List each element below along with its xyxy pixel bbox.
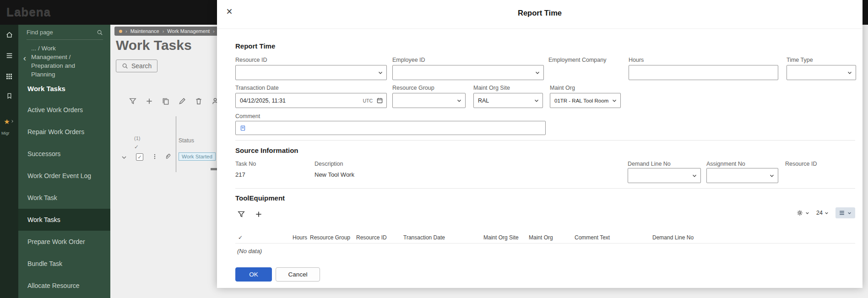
demand-line-no-label: Demand Line No (628, 161, 671, 167)
sidebar: Find page ‹ ... / Work Management / Prep… (18, 25, 110, 298)
search-icon (97, 29, 103, 36)
chevron-down-icon (824, 211, 829, 216)
cancel-button[interactable]: Cancel (276, 267, 320, 282)
screen: Labena ★ Migr Find page ‹ ... / Work Man… (0, 0, 868, 298)
employment-company-label: Employment Company (548, 57, 606, 63)
comment-label: Comment (235, 113, 260, 119)
report-time-dialog: × Report Time Report Time Resource ID Em… (217, 0, 863, 288)
sidebar-item-label: Work Tasks (27, 216, 60, 223)
sidebar-menu: Active Work Orders Repair Work Orders Su… (18, 99, 110, 298)
divider (235, 243, 855, 244)
gear-icon (796, 209, 803, 217)
report-time-section-title: Report Time (235, 42, 275, 50)
column-header-maint-org[interactable]: Maint Org (529, 234, 553, 241)
table-settings: 24 (796, 207, 855, 218)
description-value: New Tool Work (315, 171, 354, 178)
column-header-resource-id[interactable]: Resource ID (356, 234, 387, 241)
table-settings-button[interactable] (796, 209, 810, 217)
task-no-value: 217 (235, 171, 245, 178)
assignment-no-select[interactable] (706, 168, 778, 183)
sidebar-item-label: Prepare Work Order (27, 238, 85, 245)
transaction-date-value: 04/12/2025, 11:31 (240, 98, 286, 104)
star-icon: ★ (4, 118, 10, 125)
ok-button[interactable]: OK (235, 267, 272, 282)
column-header-resource-group[interactable]: Resource Group (310, 234, 350, 241)
navigation-path: ... / Work Management / Preparation and … (31, 44, 86, 79)
demand-line-no-select[interactable] (628, 168, 701, 183)
chevron-down-icon (846, 70, 853, 76)
time-type-select[interactable] (787, 65, 856, 80)
sidebar-item-label: Active Work Orders (27, 106, 83, 114)
sidebar-item-label: Successors (27, 150, 60, 157)
sidebar-item-active-work-orders[interactable]: Active Work Orders (18, 99, 110, 121)
employee-id-label: Employee ID (392, 57, 425, 63)
sidebar-item-label: Allocate Resource (27, 282, 80, 289)
page-size-select[interactable]: 24 (816, 210, 829, 216)
sidebar-item-work-task[interactable]: Work Task (18, 187, 110, 209)
calendar-icon[interactable] (376, 97, 383, 104)
sidebar-item-label: Repair Work Orders (27, 128, 84, 135)
collapse-chevron-icon[interactable]: ‹ (18, 53, 31, 79)
timezone-label: UTC (363, 98, 373, 103)
list-view-icon (839, 210, 845, 216)
bookmark-icon[interactable] (0, 89, 18, 103)
sidebar-section-title: Work Tasks (18, 85, 110, 92)
task-no-label: Task No (235, 161, 256, 167)
add-icon[interactable] (255, 210, 263, 218)
source-information-section-title: Source Information (235, 146, 298, 154)
chevron-down-icon (769, 173, 775, 179)
divider (235, 188, 855, 189)
home-icon[interactable] (0, 27, 18, 41)
divider (235, 140, 855, 141)
column-header-demand-line-no[interactable]: Demand Line No (652, 234, 694, 241)
find-page-placeholder: Find page (27, 29, 53, 36)
sidebar-item-work-tasks[interactable]: Work Tasks (18, 209, 110, 231)
sidebar-item-label: Work Task (27, 194, 57, 201)
sidebar-item-repair-work-orders[interactable]: Repair Work Orders (18, 121, 110, 143)
tool-equipment-section-title: ToolEquipment (235, 194, 285, 202)
maint-org-site-value: RAL (478, 98, 489, 104)
chevron-down-icon (533, 98, 540, 104)
check-column-icon: ✓ (238, 234, 243, 241)
sidebar-item-allocate-resource[interactable]: Allocate Resource (18, 275, 110, 297)
resource-group-select[interactable] (392, 93, 466, 108)
sidebar-item-label: Bundle Task (27, 260, 62, 267)
chevron-right-icon (10, 119, 15, 124)
view-toggle-button[interactable] (835, 207, 855, 218)
column-header-maint-org-site[interactable]: Maint Org Site (483, 234, 519, 241)
apps-grid-icon[interactable] (0, 70, 18, 83)
column-header-comment-text[interactable]: Comment Text (575, 234, 610, 241)
hours-label: Hours (629, 57, 644, 63)
resource-group-label: Resource Group (392, 85, 434, 91)
resource-id-select[interactable] (235, 65, 387, 80)
comment-input[interactable] (235, 121, 546, 135)
resource-id-label: Resource ID (235, 57, 267, 63)
chevron-down-icon (377, 70, 384, 76)
sidebar-item-label: Work Order Event Log (27, 172, 91, 179)
maint-org-label: Maint Org (550, 85, 575, 91)
notes-icon (240, 125, 246, 131)
employee-id-select[interactable] (392, 65, 544, 80)
favorites-star-icon[interactable]: ★ (0, 114, 18, 128)
maint-org-site-select[interactable]: RAL (473, 93, 543, 108)
chevron-down-icon (691, 173, 698, 179)
hours-input[interactable] (629, 65, 778, 80)
dialog-title: Report Time (217, 9, 863, 17)
sidebar-item-prepare-work-order[interactable]: Prepare Work Order (18, 231, 110, 253)
chevron-down-icon (611, 98, 618, 104)
menu-icon[interactable] (0, 49, 18, 62)
chevron-down-icon (534, 70, 541, 76)
time-type-label: Time Type (787, 57, 813, 63)
sidebar-item-successors[interactable]: Successors (18, 143, 110, 165)
chevron-down-icon (805, 211, 810, 216)
maint-org-select[interactable]: 01TR - RAL Tool Room (550, 93, 621, 108)
column-header-hours[interactable]: Hours (293, 234, 307, 241)
find-page-search[interactable]: Find page (27, 29, 103, 40)
sidebar-item-work-order-event-log[interactable]: Work Order Event Log (18, 165, 110, 187)
transaction-date-input[interactable]: 04/12/2025, 11:31 UTC (235, 93, 387, 108)
filter-icon[interactable] (237, 210, 245, 218)
column-header-transaction-date[interactable]: Transaction Date (403, 234, 445, 241)
sidebar-item-bundle-task[interactable]: Bundle Task (18, 253, 110, 275)
assignment-no-label: Assignment No (706, 161, 745, 167)
divider (217, 28, 863, 29)
